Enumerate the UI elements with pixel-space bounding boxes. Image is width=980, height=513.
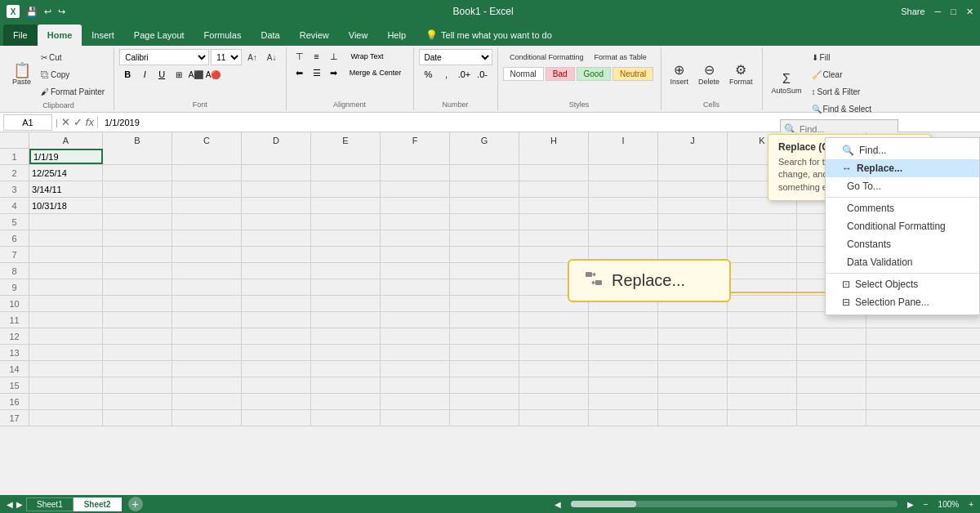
cell-14-L[interactable]: [797, 361, 866, 377]
cell-7-A[interactable]: [29, 247, 103, 262]
cell-17-E[interactable]: [311, 410, 381, 426]
cell-4-C[interactable]: [172, 198, 242, 213]
cell-12-D[interactable]: [242, 328, 311, 344]
cell-8-A[interactable]: [29, 263, 103, 279]
quick-access-undo[interactable]: ↩: [44, 7, 51, 17]
cell-11-H[interactable]: [519, 312, 589, 328]
cell-15-K[interactable]: [728, 377, 797, 393]
cell-16-F[interactable]: [381, 394, 450, 409]
cell-10-F[interactable]: [381, 296, 450, 311]
paste-button[interactable]: 📋 Paste: [8, 60, 35, 88]
cell-1-F[interactable]: [381, 149, 450, 164]
delete-button[interactable]: ⊖ Delete: [694, 60, 724, 88]
cell-14-E[interactable]: [311, 361, 381, 377]
col-header-g[interactable]: G: [450, 132, 519, 149]
cell-4-G[interactable]: [450, 198, 519, 213]
cell-3-G[interactable]: [450, 181, 519, 197]
cell-6-A[interactable]: [29, 230, 103, 246]
cell-10-B[interactable]: [103, 296, 172, 311]
cell-16-B[interactable]: [103, 394, 172, 409]
sheet-tab-1[interactable]: Sheet1: [26, 497, 74, 511]
close-button[interactable]: ✕: [966, 7, 973, 17]
cell-7-G[interactable]: [450, 247, 519, 262]
cut-button[interactable]: ✂ Cut: [37, 49, 109, 65]
dropdown-item-goto[interactable]: Go To...: [826, 177, 979, 195]
tab-review[interactable]: Review: [290, 25, 339, 46]
cell-5-J[interactable]: [658, 214, 728, 230]
cell-15-A[interactable]: [29, 377, 103, 393]
cell-10-C[interactable]: [172, 296, 242, 311]
cell-3-I[interactable]: [589, 181, 658, 197]
cell-14-I[interactable]: [589, 361, 658, 377]
cell-15-C[interactable]: [172, 377, 242, 393]
minimize-button[interactable]: ─: [935, 7, 942, 17]
style-normal[interactable]: Normal: [503, 67, 544, 81]
cell-3-H[interactable]: [519, 181, 589, 197]
cell-1-J[interactable]: [658, 149, 728, 164]
cell-7-D[interactable]: [242, 247, 311, 262]
cell-8-E[interactable]: [311, 263, 381, 279]
format-button[interactable]: ⚙ Format: [725, 60, 757, 88]
cell-17-L[interactable]: [797, 410, 866, 426]
cell-14-G[interactable]: [450, 361, 519, 377]
cell-15-H[interactable]: [519, 377, 589, 393]
cell-7-B[interactable]: [103, 247, 172, 262]
cell-4-H[interactable]: [519, 198, 589, 213]
cell-11-I[interactable]: [589, 312, 658, 328]
dropdown-item-constants[interactable]: Constants: [826, 235, 979, 253]
sort-filter-button[interactable]: ↕ Sort & Filter: [808, 83, 875, 100]
cell-5-H[interactable]: [519, 214, 589, 230]
cell-17-C[interactable]: [172, 410, 242, 426]
conditional-formatting-button[interactable]: Conditional Formatting: [506, 49, 588, 65]
cell-7-F[interactable]: [381, 247, 450, 262]
cell-1-H[interactable]: [519, 149, 589, 164]
fill-color-button[interactable]: A⬛: [188, 67, 204, 82]
insert-button[interactable]: ⊕ Insert: [666, 60, 693, 88]
cell-9-D[interactable]: [242, 279, 311, 295]
cell-10-E[interactable]: [311, 296, 381, 311]
align-bottom-button[interactable]: ⊥: [326, 49, 342, 64]
cell-5-I[interactable]: [589, 214, 658, 230]
cell-2-E[interactable]: [311, 165, 381, 181]
fill-button[interactable]: ⬇ Fill: [808, 49, 875, 65]
cell-4-E[interactable]: [311, 198, 381, 213]
cell-13-K[interactable]: [728, 345, 797, 360]
cell-11-A[interactable]: [29, 312, 103, 328]
cell-1-A[interactable]: 1/1/19: [29, 149, 103, 164]
wrap-text-button[interactable]: Wrap Text: [343, 49, 392, 64]
cell-12-E[interactable]: [311, 328, 381, 344]
cell-7-E[interactable]: [311, 247, 381, 262]
increase-decimal-button[interactable]: .0+: [457, 67, 473, 82]
add-sheet-button[interactable]: +: [128, 497, 143, 511]
cell-15-B[interactable]: [103, 377, 172, 393]
cell-8-D[interactable]: [242, 263, 311, 279]
dropdown-item-comments[interactable]: Comments: [826, 199, 979, 217]
style-good[interactable]: Good: [577, 67, 611, 81]
col-header-c[interactable]: C: [172, 132, 242, 149]
cell-7-K[interactable]: [728, 247, 797, 262]
cell-16-A[interactable]: [29, 394, 103, 409]
cell-8-F[interactable]: [381, 263, 450, 279]
cell-9-E[interactable]: [311, 279, 381, 295]
cell-1-B[interactable]: [103, 149, 172, 164]
cell-11-E[interactable]: [311, 312, 381, 328]
cell-4-I[interactable]: [589, 198, 658, 213]
cell-12-A[interactable]: [29, 328, 103, 344]
col-header-e[interactable]: E: [311, 132, 381, 149]
cell-14-C[interactable]: [172, 361, 242, 377]
style-bad[interactable]: Bad: [546, 67, 575, 81]
cell-13-B[interactable]: [103, 345, 172, 360]
cell-15-D[interactable]: [242, 377, 311, 393]
cell-17-G[interactable]: [450, 410, 519, 426]
cell-4-F[interactable]: [381, 198, 450, 213]
cell-17-F[interactable]: [381, 410, 450, 426]
align-right-button[interactable]: ➡: [326, 65, 342, 80]
dropdown-item-find[interactable]: 🔍 Find...: [826, 141, 979, 159]
zoom-out-button[interactable]: −: [924, 500, 929, 509]
format-painter-button[interactable]: 🖌 Format Painter: [37, 83, 109, 100]
cell-2-B[interactable]: [103, 165, 172, 181]
dropdown-item-selection-pane[interactable]: ⊟ Selection Pane...: [826, 293, 979, 311]
border-button[interactable]: ⊞: [171, 67, 187, 82]
cell-2-A[interactable]: 12/25/14: [29, 165, 103, 181]
dropdown-item-data-validation[interactable]: Data Validation: [826, 253, 979, 271]
